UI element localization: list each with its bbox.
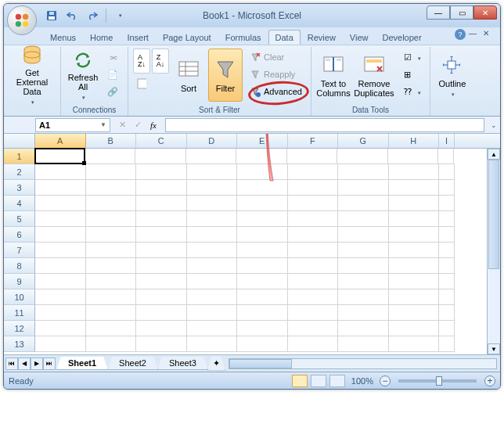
row-header[interactable]: 2 [4,164,35,180]
next-sheet-icon[interactable]: ▶ [31,358,43,370]
cell[interactable] [35,243,86,258]
zoom-slider[interactable] [398,379,477,383]
tab-page-layout[interactable]: Page Layout [156,30,218,45]
text-to-columns-button[interactable]: Text to Columns [316,49,351,102]
cell[interactable] [35,180,86,196]
cell[interactable] [237,227,288,243]
cell[interactable] [288,321,339,336]
clear-button[interactable]: Clear [245,49,306,66]
redo-icon[interactable] [84,7,101,24]
cell[interactable] [389,243,440,258]
cell[interactable] [187,321,238,336]
cell[interactable] [439,274,455,289]
cell[interactable] [136,243,187,258]
cell[interactable] [86,305,137,321]
cell[interactable] [86,227,137,243]
cell[interactable] [86,289,137,305]
cell[interactable] [439,258,455,274]
cell[interactable] [439,289,455,305]
sheet-tab-3[interactable]: Sheet3 [157,357,208,370]
row-header[interactable]: 12 [4,321,35,336]
advanced-button[interactable]: Advanced [245,83,306,100]
zoom-value[interactable]: 100% [351,376,373,386]
cell[interactable] [388,149,439,164]
last-sheet-icon[interactable]: ⏭ [43,358,56,370]
col-header-b[interactable]: B [86,134,137,148]
cell[interactable] [389,321,440,336]
cell[interactable] [136,274,187,289]
cell[interactable] [237,289,288,305]
cell[interactable] [389,289,440,305]
tab-view[interactable]: View [343,30,376,45]
cell[interactable] [136,196,187,211]
cell[interactable] [237,274,288,289]
cell[interactable] [236,149,287,164]
cell[interactable] [136,258,187,274]
cell[interactable] [338,289,389,305]
remove-duplicates-button[interactable]: Remove Duplicates [353,49,395,102]
col-header-d[interactable]: D [187,134,238,148]
cell[interactable] [86,321,137,336]
cell[interactable] [136,289,187,305]
cell[interactable] [389,274,440,289]
data-validation-button[interactable]: ☑ [398,49,425,66]
cell[interactable] [187,164,238,180]
cell[interactable] [439,336,455,352]
col-header-g[interactable]: G [338,134,389,148]
horizontal-scrollbar[interactable] [229,358,497,369]
cell[interactable] [187,336,238,352]
tab-menus[interactable]: Menus [43,30,83,45]
cell[interactable] [35,274,86,289]
maximize-button[interactable]: ▭ [450,5,473,20]
tab-review[interactable]: Review [301,30,343,45]
cell[interactable] [35,305,86,321]
cell[interactable] [287,149,338,164]
page-break-view-icon[interactable] [329,375,345,387]
properties-button[interactable]: 📄 [103,66,123,83]
col-header-c[interactable]: C [136,134,187,148]
sheet-tab-1[interactable]: Sheet1 [56,357,108,370]
cell[interactable] [237,258,288,274]
col-header-e[interactable]: E [237,134,288,148]
tab-home[interactable]: Home [83,30,120,45]
cell[interactable] [86,274,137,289]
help-icon[interactable]: ? [455,29,466,40]
row-header[interactable]: 1 [4,149,35,164]
cell[interactable] [389,336,440,352]
cell[interactable] [338,180,389,196]
what-if-button[interactable]: ⁇ [398,83,425,100]
cell[interactable] [187,243,238,258]
cell[interactable] [338,243,389,258]
cell[interactable] [86,164,137,180]
sort-button[interactable]: Sort [171,49,206,102]
cell[interactable] [136,305,187,321]
name-box[interactable]: A1▼ [35,118,110,132]
cell[interactable] [288,336,339,352]
cell[interactable] [237,336,288,352]
refresh-all-button[interactable]: Refresh All [66,49,100,102]
cell[interactable] [288,243,339,258]
cell[interactable] [338,305,389,321]
cell[interactable] [338,321,389,336]
edit-links-button[interactable]: 🔗 [103,83,123,100]
cell[interactable] [288,196,339,211]
cell[interactable] [288,305,339,321]
cell[interactable] [288,274,339,289]
cell[interactable] [187,180,238,196]
select-all-corner[interactable] [4,134,35,148]
cell[interactable] [187,211,238,227]
cell[interactable] [187,258,238,274]
cell[interactable] [86,196,137,211]
scroll-down-icon[interactable]: ▼ [488,343,500,354]
row-header[interactable]: 9 [4,274,35,289]
sort-za-button[interactable]: ZA↓ [152,49,169,74]
cell[interactable] [389,227,440,243]
cell[interactable] [35,336,86,352]
cell[interactable] [35,321,86,336]
row-header[interactable]: 7 [4,243,35,258]
row-header[interactable]: 8 [4,258,35,274]
cell[interactable] [136,164,187,180]
col-header-h[interactable]: H [389,134,440,148]
cell[interactable] [338,258,389,274]
cell[interactable] [288,211,339,227]
